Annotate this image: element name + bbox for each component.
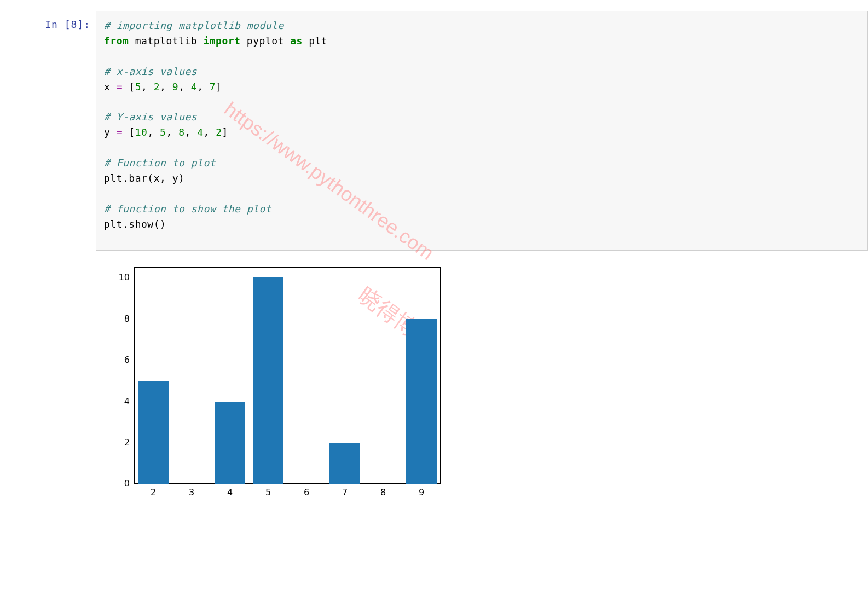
code-number: 2: [154, 81, 160, 92]
x-tick-label: 8: [378, 487, 389, 497]
code-input-area[interactable]: # importing matplotlib module from matpl…: [96, 11, 868, 251]
code-keyword: from: [104, 35, 129, 47]
x-tick-label: 5: [263, 487, 274, 497]
x-tick-label: 7: [339, 487, 350, 497]
code-number: 5: [135, 81, 141, 92]
code-number: 9: [172, 81, 178, 92]
chart-bar: [138, 381, 169, 484]
code-comment: # Function to plot: [104, 157, 216, 169]
code-comment: # Y-axis values: [104, 111, 197, 123]
chart-frame: [134, 267, 441, 484]
y-tick-label: 4: [108, 396, 130, 407]
code-text: y: [104, 126, 117, 138]
code-number: 4: [191, 81, 197, 92]
code-text: plt.bar(x, y): [104, 172, 184, 184]
code-text: plt: [309, 35, 327, 47]
bar-chart-output: 晓得博客 024681023456789: [96, 259, 446, 500]
code-comment: # importing matplotlib module: [104, 20, 290, 31]
output-cell: 晓得博客 024681023456789: [0, 259, 868, 500]
code-text: matplotlib: [135, 35, 204, 47]
code-number: 10: [135, 126, 148, 138]
code-operator: =: [117, 81, 123, 92]
chart-bar: [253, 277, 283, 484]
y-tick-label: 6: [108, 355, 130, 365]
code-keyword: import: [203, 35, 240, 47]
code-text: x: [104, 81, 117, 92]
x-tick-label: 9: [416, 487, 427, 497]
x-tick-label: 3: [186, 487, 197, 497]
x-tick-label: 6: [301, 487, 312, 497]
code-text: plt.show(): [104, 218, 166, 230]
code-text: pyplot: [247, 35, 290, 47]
code-number: 2: [216, 126, 222, 138]
code-number: 4: [197, 126, 203, 138]
code-number: 8: [178, 126, 184, 138]
notebook: In [8]: # importing matplotlib module fr…: [0, 0, 868, 522]
input-prompt: In [8]:: [0, 11, 96, 30]
x-tick-label: 4: [224, 487, 235, 497]
y-tick-label: 0: [108, 478, 130, 489]
y-tick-label: 8: [108, 314, 130, 324]
y-tick-label: 10: [108, 272, 130, 282]
code-operator: =: [117, 126, 123, 138]
chart-bar: [329, 443, 360, 484]
x-tick-label: 2: [148, 487, 159, 497]
chart-bar: [215, 402, 245, 484]
code-number: 7: [210, 81, 216, 92]
y-tick-label: 2: [108, 437, 130, 448]
code-cell: In [8]: # importing matplotlib module fr…: [0, 11, 868, 251]
code-number: 5: [160, 126, 166, 138]
code-keyword: as: [290, 35, 303, 47]
code-comment: # x-axis values: [104, 66, 197, 77]
chart-bar: [406, 319, 437, 484]
code-comment: # function to show the plot: [104, 203, 271, 215]
